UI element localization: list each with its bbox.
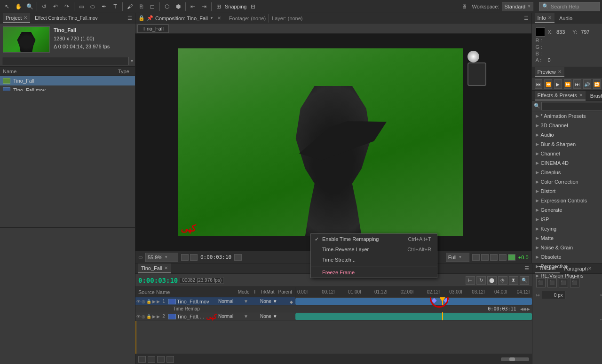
selection-tool[interactable]: ↖ bbox=[2, 1, 12, 12]
snapping-icon[interactable]: ⊞ bbox=[214, 1, 224, 12]
pen-tool[interactable]: ✒ bbox=[99, 1, 109, 12]
workspace-dropdown[interactable]: Standard ▼ bbox=[502, 2, 533, 11]
project-tab[interactable]: Project ✕ bbox=[3, 13, 30, 23]
undo-tool[interactable]: ↶ bbox=[50, 1, 61, 12]
effect-item-1[interactable]: ▶ 3D Channel bbox=[532, 121, 602, 130]
layer-2-eye-icon[interactable]: 👁 bbox=[136, 314, 141, 319]
eraser-tool[interactable]: ◻ bbox=[147, 1, 158, 12]
comp-menu[interactable]: ☰ bbox=[524, 15, 529, 21]
hand-tool[interactable]: ✋ bbox=[13, 1, 24, 12]
project-close[interactable]: ✕ bbox=[24, 15, 27, 20]
effect-item-15[interactable]: ▶ Obsolete bbox=[532, 252, 602, 262]
layer-1-lock-icon[interactable]: 🔒 bbox=[146, 299, 151, 304]
preview-step-forward[interactable]: ⏩ bbox=[564, 79, 572, 89]
layer-1-solo-icon[interactable]: ◎ bbox=[142, 299, 145, 304]
tl-bottom-btn-2[interactable] bbox=[148, 356, 155, 363]
bottom-btn-1[interactable] bbox=[472, 254, 480, 261]
rect-tool[interactable]: ▭ bbox=[76, 1, 87, 12]
tl-btn-1[interactable]: ⊢ bbox=[466, 276, 475, 285]
preview-close[interactable]: ✕ bbox=[558, 69, 562, 74]
redo-tool[interactable]: ↷ bbox=[62, 1, 72, 12]
bottom-btn-4[interactable] bbox=[499, 254, 507, 261]
preview-last[interactable]: ⏭ bbox=[573, 79, 581, 89]
preview-first[interactable]: ⏮ bbox=[535, 79, 543, 89]
menu-item-time-reverse[interactable]: Time-Reverse Layer Ctrl+Alt+R bbox=[311, 244, 437, 251]
effect-item-12[interactable]: ▶ Keying bbox=[532, 224, 602, 233]
clone-tool[interactable]: ⎘ bbox=[136, 1, 146, 12]
bottom-btn-3[interactable] bbox=[490, 254, 498, 261]
tl-btn-3[interactable]: ⬤ bbox=[487, 276, 497, 285]
effects-search-input[interactable] bbox=[541, 102, 602, 110]
align-right[interactable]: ⇥ bbox=[199, 1, 209, 12]
timeline-tab[interactable]: Tino_Fall ✕ bbox=[138, 263, 171, 273]
quality-dropdown[interactable]: Full ▼ bbox=[446, 253, 469, 262]
tl-btn-2[interactable]: ↻ bbox=[476, 276, 486, 285]
zoom-slider-thumb[interactable] bbox=[509, 357, 515, 361]
preview-play[interactable]: ▶ bbox=[554, 79, 562, 89]
effect-item-14[interactable]: ▶ Noise & Grain bbox=[532, 243, 602, 252]
effect-item-11[interactable]: ▶ ISP bbox=[532, 215, 602, 224]
project-menu[interactable]: ☰ bbox=[127, 15, 132, 21]
tl-bottom-btn-4[interactable] bbox=[166, 356, 174, 363]
zoom-tool[interactable]: 🔍 bbox=[24, 1, 35, 12]
effect-item-0[interactable]: ▶ * Animation Presets bbox=[532, 111, 602, 121]
effect-item-5[interactable]: ▶ CINEMA 4D bbox=[532, 158, 602, 168]
tl-bottom-btn-3[interactable] bbox=[157, 356, 165, 363]
timeline-zoom-slider[interactable] bbox=[501, 357, 529, 361]
layer-1-eye-icon[interactable]: 👁 bbox=[136, 299, 141, 304]
effect-item-16[interactable]: ▶ Perspective bbox=[532, 262, 602, 271]
ellipse-tool[interactable]: ⬭ bbox=[87, 1, 98, 12]
tl-btn-4[interactable]: ◷ bbox=[498, 276, 507, 285]
effects-tab[interactable]: Effects & Presets ✕ bbox=[535, 91, 586, 101]
text-tool[interactable]: T bbox=[110, 1, 120, 12]
zoom-dropdown[interactable]: 55.9% ▼ bbox=[145, 253, 178, 262]
bottom-btn-2[interactable] bbox=[481, 254, 489, 261]
layer-2-lock-icon[interactable]: 🔒 bbox=[146, 314, 151, 319]
comp-tab-0[interactable]: Tino_Fall bbox=[137, 24, 169, 33]
tl-btn-6[interactable]: 🔍 bbox=[520, 276, 529, 285]
effect-item-8[interactable]: ▶ Distort bbox=[532, 186, 602, 196]
layer-1-mode[interactable]: Normal ▼ bbox=[217, 299, 250, 304]
layer-2-solo-icon[interactable]: ◎ bbox=[142, 314, 145, 319]
preview-audio[interactable]: 🔊 bbox=[583, 79, 591, 89]
timeline-menu[interactable]: ☰ bbox=[524, 265, 529, 271]
layer-2-triangle2[interactable]: ▶ bbox=[157, 314, 160, 319]
layer-1-triangle[interactable]: ▶ bbox=[152, 299, 156, 304]
viewer-btn-1[interactable] bbox=[181, 254, 189, 261]
layer-2-triangle[interactable]: ▶ bbox=[152, 314, 156, 319]
effect-item-9[interactable]: ▶ Expression Controls bbox=[532, 196, 602, 205]
roto-tool[interactable]: ⬡ bbox=[162, 1, 172, 12]
menu-item-enable-time-remapping[interactable]: Enable Time Remapping Ctrl+Alt+T bbox=[311, 234, 437, 244]
tl-bottom-btn-1[interactable] bbox=[138, 356, 146, 363]
effect-item-6[interactable]: ▶ Cineplus bbox=[532, 168, 602, 177]
snapping-options[interactable]: ⊟ bbox=[248, 1, 258, 12]
align-left[interactable]: ⇤ bbox=[188, 1, 198, 12]
effect-item-10[interactable]: ▶ Generate bbox=[532, 205, 602, 215]
rotate-tool[interactable]: ↺ bbox=[39, 1, 49, 12]
comp-close[interactable]: ✕ bbox=[217, 15, 221, 21]
search-help-box[interactable]: 🔍 Search Help bbox=[539, 2, 600, 11]
info-close[interactable]: ✕ bbox=[548, 15, 552, 20]
effect-item-7[interactable]: ▶ Color Correction bbox=[532, 177, 602, 186]
viewer-btn-2[interactable] bbox=[190, 254, 198, 261]
effect-item-4[interactable]: ▶ Channel bbox=[532, 149, 602, 158]
info-tab[interactable]: Info ✕ bbox=[535, 13, 554, 23]
effect-item-17[interactable]: ▶ RE:Vision Plug-ins bbox=[532, 271, 602, 280]
viewer-camera-btn[interactable] bbox=[234, 254, 242, 261]
effect-item-2[interactable]: ▶ Audio bbox=[532, 130, 602, 139]
brush-tool[interactable]: 🖌 bbox=[125, 1, 135, 12]
layer-1-triangle2[interactable]: ▶ bbox=[157, 299, 160, 304]
layer-row-1[interactable]: 👁 ◎ 🔒 ▶ ▶ 1 Tino_Fall.mov bbox=[135, 297, 532, 306]
tracker-field-1[interactable] bbox=[542, 291, 565, 299]
effect-item-13[interactable]: ▶ Matte bbox=[532, 233, 602, 243]
puppet-tool[interactable]: ⬢ bbox=[173, 1, 183, 12]
preview-tab[interactable]: Preview ✕ bbox=[535, 67, 564, 77]
preview-step-back[interactable]: ⏪ bbox=[544, 79, 552, 89]
layer-2-mode[interactable]: Normal ▼ bbox=[217, 314, 250, 319]
project-item-0[interactable]: Tino_Fall bbox=[0, 76, 135, 85]
layer-row-2[interactable]: 👁 ◎ 🔒 ▶ ▶ 2 Tino_Fall.mov bbox=[135, 312, 532, 321]
audio-tab[interactable]: Audio bbox=[556, 13, 575, 23]
effect-item-3[interactable]: ▶ Blur & Sharpen bbox=[532, 139, 602, 149]
effect-controls-tab[interactable]: Effect Controls: Tino_Fall.mov bbox=[32, 13, 100, 23]
bottom-btn-5[interactable] bbox=[508, 254, 515, 261]
